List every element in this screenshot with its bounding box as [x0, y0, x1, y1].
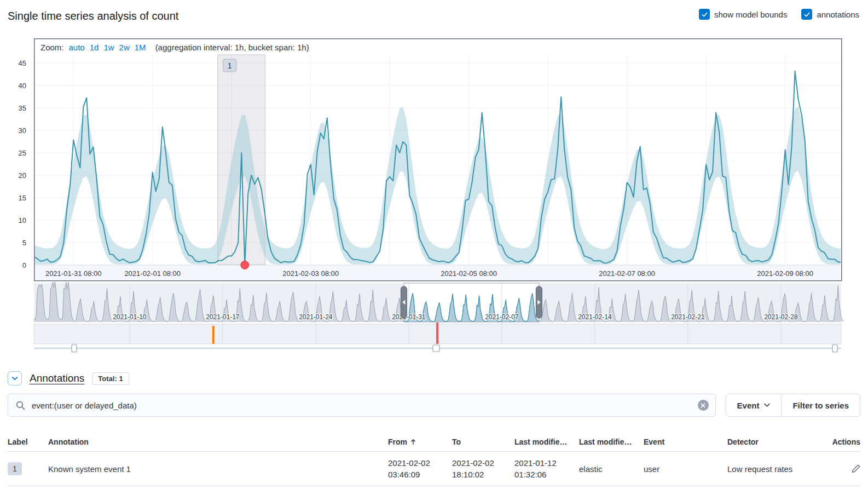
annotations-header: Annotations Total: 1 — [8, 371, 129, 385]
col-event[interactable]: Event — [644, 438, 727, 446]
close-icon — [701, 403, 705, 408]
from-cell: 2021-02-02 03:46:09 — [388, 457, 452, 480]
annotations-total-badge: Total: 1 — [92, 372, 129, 385]
svg-text:2021-01-10: 2021-01-10 — [113, 313, 147, 321]
svg-text:30: 30 — [19, 126, 26, 135]
slider-center-handle[interactable] — [433, 345, 439, 352]
annotations-heading[interactable]: Annotations — [30, 372, 84, 384]
col-label[interactable]: Label — [8, 438, 48, 446]
svg-text:2021-02-09 08:00: 2021-02-09 08:00 — [757, 269, 813, 278]
annotations-checkbox[interactable]: annotations — [801, 9, 859, 20]
svg-text:2021-02-14: 2021-02-14 — [578, 313, 612, 321]
svg-text:2021-02-01 08:00: 2021-02-01 08:00 — [124, 269, 181, 278]
show-model-bounds-label: show model bounds — [714, 10, 787, 19]
chart-toggles: show model bounds annotations — [699, 9, 859, 20]
search-input[interactable] — [31, 400, 698, 411]
svg-text:2021-01-17: 2021-01-17 — [206, 313, 240, 321]
svg-text:2021-02-03 08:00: 2021-02-03 08:00 — [282, 269, 339, 278]
table-header-row: Label Annotation From To Last modifie… L… — [8, 433, 860, 452]
svg-text:2021-02-07 08:00: 2021-02-07 08:00 — [599, 269, 655, 278]
check-icon — [801, 9, 812, 20]
anomaly-marker[interactable] — [241, 261, 249, 269]
svg-text:5: 5 — [22, 239, 26, 247]
col-actions: Actions — [818, 438, 860, 446]
svg-text:2021-02-21: 2021-02-21 — [671, 313, 705, 321]
col-last-modified-date[interactable]: Last modifie… — [514, 438, 579, 446]
col-last-modified-by[interactable]: Last modifie… — [579, 438, 644, 446]
event-cell: user — [644, 464, 727, 474]
chevron-down-icon — [764, 403, 770, 407]
col-annotation[interactable]: Annotation — [48, 438, 388, 446]
check-icon — [699, 9, 710, 20]
svg-text:0: 0 — [22, 261, 26, 269]
last-modified-date-cell: 2021-01-12 01:32:06 — [514, 457, 579, 480]
col-from-label: From — [388, 438, 407, 446]
search-icon — [16, 401, 25, 410]
single-metric-viewer: Single time series analysis of count sho… — [0, 0, 868, 495]
slider-handle-left[interactable] — [72, 344, 77, 352]
annotations-table: Label Annotation From To Last modifie… L… — [8, 433, 860, 486]
annotation-filter-buttons: Event Filter to series — [726, 394, 860, 417]
svg-text:2021-01-24: 2021-01-24 — [299, 313, 333, 321]
svg-text:2021-01-31: 2021-01-31 — [392, 313, 426, 321]
annotations-filter-bar: Event Filter to series — [8, 394, 860, 417]
pencil-icon — [851, 464, 860, 474]
svg-text:2021-02-07: 2021-02-07 — [485, 313, 519, 321]
aggregation-note: (aggregation interval: 1h, bucket span: … — [155, 43, 309, 52]
svg-text:1: 1 — [228, 61, 232, 70]
zoom-label: Zoom: — [40, 43, 64, 52]
to-cell: 2021-02-02 18:10:02 — [452, 457, 514, 480]
focus-chart[interactable]: 0510152025303540452021-01-31 08:002021-0… — [0, 38, 868, 281]
annotations-collapse-button[interactable] — [8, 371, 22, 385]
svg-text:10: 10 — [19, 216, 26, 225]
zoom-2w-link[interactable]: 2w — [119, 43, 130, 52]
svg-text:15: 15 — [19, 194, 26, 202]
annotation-label-badge: 1 — [8, 462, 22, 475]
svg-text:25: 25 — [19, 149, 26, 157]
event-filter-button[interactable]: Event — [726, 394, 782, 416]
anomaly-tick-critical — [436, 323, 438, 344]
col-from[interactable]: From — [388, 438, 452, 446]
zoom-1M-link[interactable]: 1M — [135, 43, 146, 52]
annotation-text: Known system event 1 — [48, 464, 388, 474]
context-chart[interactable]: 2021-01-102021-01-172021-01-242021-01-31… — [0, 282, 868, 356]
col-detector[interactable]: Detector — [727, 438, 818, 446]
zoom-1d-link[interactable]: 1d — [90, 43, 99, 52]
page-title: Single time series analysis of count — [8, 10, 178, 22]
zoom-auto-link[interactable]: auto — [69, 43, 85, 52]
zoom-controls: Zoom: auto 1d 1w 2w 1M (aggregation inte… — [40, 43, 309, 52]
slider-handle-right[interactable] — [832, 344, 837, 352]
show-model-bounds-checkbox[interactable]: show model bounds — [699, 9, 787, 20]
edit-annotation-button[interactable] — [851, 464, 860, 474]
svg-text:35: 35 — [19, 104, 26, 112]
svg-text:40: 40 — [19, 82, 26, 90]
anomaly-tick-major — [212, 326, 215, 344]
chevron-down-icon — [11, 375, 19, 382]
svg-text:20: 20 — [19, 171, 26, 180]
svg-text:45: 45 — [19, 59, 26, 67]
svg-text:2021-02-05 08:00: 2021-02-05 08:00 — [441, 269, 497, 278]
detector-cell: Low request rates — [727, 464, 818, 474]
col-to[interactable]: To — [452, 438, 514, 446]
time-series-explorer-charts: 0510152025303540452021-01-31 08:002021-0… — [0, 38, 868, 359]
zoom-1w-link[interactable]: 1w — [103, 43, 114, 52]
svg-text:2021-02-28: 2021-02-28 — [764, 313, 798, 321]
event-filter-label: Event — [737, 401, 760, 410]
annotations-search-box — [8, 394, 716, 417]
annotations-checkbox-label: annotations — [817, 10, 859, 19]
filter-to-series-button[interactable]: Filter to series — [782, 394, 860, 416]
svg-text:2021-01-31 08:00: 2021-01-31 08:00 — [45, 269, 102, 278]
sort-ascending-icon — [410, 439, 416, 445]
clear-search-button[interactable] — [698, 400, 709, 411]
last-modified-by-cell: elastic — [579, 464, 644, 474]
table-row: 1 Known system event 1 2021-02-02 03:46:… — [8, 452, 860, 486]
